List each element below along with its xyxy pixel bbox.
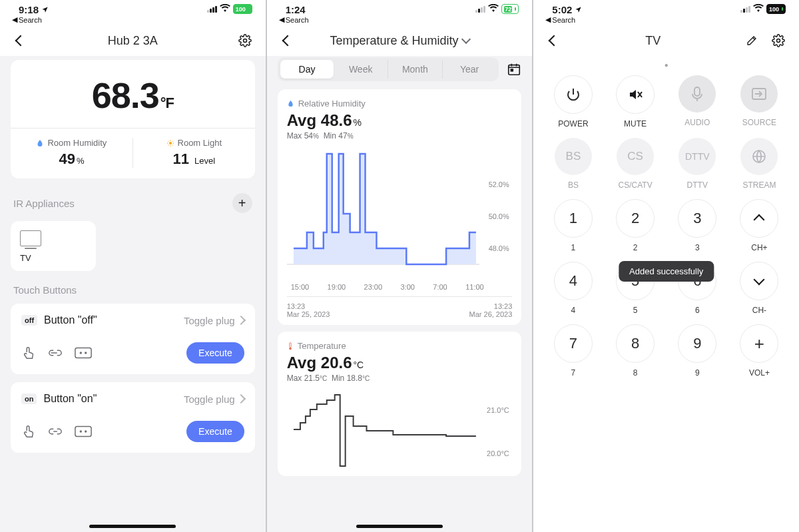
page-title: Hub 2 3A [108,34,158,48]
back-button[interactable] [12,32,29,49]
digit-4-label: 4 [571,306,576,315]
svg-point-3 [80,352,81,354]
time-range-segmented: Day Week Month Year [278,57,522,81]
digit-8-button[interactable]: 8 [616,324,655,363]
edit-button[interactable] [743,32,760,49]
digit-5-button[interactable]: 5 [616,262,655,300]
chevron-down-icon [461,35,470,44]
digit-8-label: 8 [633,368,638,378]
globe-icon [751,148,767,164]
volume-up-button[interactable]: + [740,324,778,363]
digit-3-button[interactable]: 3 [678,199,716,238]
svg-rect-14 [289,342,290,347]
tv-icon [20,230,41,246]
settings-button[interactable] [236,32,254,49]
svg-rect-2 [75,348,91,358]
humidity-chart[interactable]: 52.0% 50.0% 48.0% [287,147,513,280]
source-button[interactable] [740,75,778,113]
droplet-icon [36,139,44,147]
seg-day[interactable]: Day [280,60,334,79]
chevron-down-icon [754,274,765,286]
svg-point-4 [85,352,87,354]
humidity-value: 49% [11,150,133,168]
digit-9-button[interactable]: 9 [678,324,716,363]
temperature-label: Temperature [298,341,346,351]
cs-button[interactable]: CS [617,138,654,175]
temperature-chart[interactable]: 21.0°C 20.0°C [287,390,513,469]
digit-6-button[interactable]: 6 [678,262,716,300]
seg-week[interactable]: Week [334,60,388,79]
temperature-reading: 68.3°F [11,75,255,116]
svg-point-7 [85,431,87,432]
page-title[interactable]: Temperature & Humidity [330,34,469,48]
calendar-button[interactable] [507,62,521,77]
execute-button[interactable]: Execute [186,421,244,442]
home-indicator[interactable] [356,525,443,528]
digit-6-label: 6 [695,306,700,315]
digit-4-button[interactable]: 4 [554,262,593,300]
touch-button-name: Button "off" [44,314,97,326]
battery-icon: 72 [501,4,519,14]
location-icon [575,6,582,13]
status-time: 1:24 [286,4,309,15]
ir-tv-tile[interactable]: TV [11,221,96,271]
page-indicator: ● [547,56,786,73]
power-button[interactable] [554,75,593,114]
temperature-chart-card: Temperature Avg 20.6°C Max 21.5°C Min 18… [278,332,522,476]
plug-icon [75,425,92,437]
back-to-search[interactable]: ◀ Search [279,15,309,24]
power-label: POWER [558,119,588,129]
mute-button[interactable] [616,75,655,114]
home-indicator[interactable] [89,525,176,528]
back-to-search[interactable]: ◀ Search [545,15,582,24]
svg-rect-19 [694,87,700,96]
channel-down-label: CH- [752,306,766,315]
digit-7-label: 7 [571,368,576,378]
sun-icon [166,139,174,147]
humidity-label: Relative Humidity [298,99,366,109]
seg-year[interactable]: Year [443,60,497,79]
digit-7-button[interactable]: 7 [554,324,593,363]
thermometer-icon [287,342,294,350]
source-label: SOURCE [742,118,776,127]
wifi-icon [753,4,764,14]
mute-label: MUTE [624,119,647,129]
dttv-button[interactable]: DTTV [678,138,716,175]
svg-rect-8 [509,65,520,75]
digit-2-button[interactable]: 2 [616,199,655,238]
execute-button[interactable]: Execute [186,342,244,364]
settings-button[interactable] [770,32,787,49]
channel-up-label: CH+ [751,243,767,252]
channel-down-button[interactable] [740,262,778,300]
audio-button[interactable] [678,75,716,113]
pencil-icon [746,35,758,47]
digit-1-button[interactable]: 1 [554,199,593,238]
svg-point-15 [289,347,292,350]
back-button[interactable] [545,32,563,49]
gear-icon [772,34,785,47]
chevron-right-icon [236,394,246,403]
stream-button[interactable] [740,138,778,175]
state-badge: off [21,315,37,326]
bs-button[interactable]: BS [555,138,592,175]
wifi-icon [488,4,499,14]
chevron-right-icon [236,316,246,325]
gear-icon [238,34,252,47]
digit-9-label: 9 [695,368,700,378]
trigger-glyphs [21,345,92,361]
touch-button-action-link[interactable]: Toggle plug [184,394,244,405]
svg-point-18 [777,39,780,43]
channel-up-button[interactable] [740,199,778,238]
back-to-search[interactable]: ◀ Search [12,15,49,24]
touch-button-name: Button "on" [43,393,97,405]
ir-section-label: IR Appliances [13,198,75,209]
seg-month[interactable]: Month [388,60,443,79]
svg-point-0 [243,39,246,43]
add-ir-appliance-button[interactable]: + [232,193,252,213]
back-button[interactable] [279,32,296,49]
touch-button-action-link[interactable]: Toggle plug [184,315,244,326]
status-right: 100 [740,4,786,14]
wifi-icon [220,4,230,14]
touch-icon [21,423,36,439]
humidity-minmax: Max 54% Min 47% [287,131,513,140]
